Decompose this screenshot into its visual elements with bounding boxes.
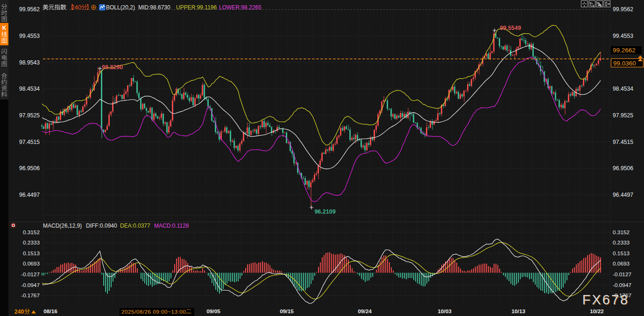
svg-text:0.1513: 0.1513 [613,250,630,257]
svg-text:97.9525: 97.9525 [613,112,633,119]
svg-text:0.2333: 0.2333 [23,239,40,246]
svg-text:98.8290: 98.8290 [102,64,123,71]
svg-text:10/03: 10/03 [438,308,452,315]
svg-text:99.9562: 99.9562 [613,6,633,13]
svg-text:UPPER:99.1196: UPPER:99.1196 [176,4,217,11]
svg-text:LOWER:98.2265: LOWER:98.2265 [219,4,262,11]
svg-text:09/05: 09/05 [206,308,220,315]
svg-text:0.3152: 0.3152 [613,229,630,236]
svg-text:240: 240 [14,309,24,315]
svg-text:98.4534: 98.4534 [19,86,40,92]
svg-text:BOLL(20,2): BOLL(20,2) [106,4,135,11]
svg-text:0.0693: 0.0693 [613,260,630,267]
svg-text:99.2662: 99.2662 [613,47,636,54]
svg-text:99.4553: 99.4553 [613,33,633,39]
svg-text:99.4553: 99.4553 [19,33,40,39]
svg-text:0.3152: 0.3152 [23,229,40,236]
svg-text:10/22: 10/22 [590,308,604,315]
svg-text:96.2109: 96.2109 [314,208,335,215]
svg-text:-0.1767: -0.1767 [21,292,40,299]
svg-text:09/24: 09/24 [358,308,372,315]
svg-text:97.4515: 97.4515 [19,139,40,145]
svg-text:96.4497: 96.4497 [613,192,633,198]
svg-text:99.9562: 99.9562 [19,6,40,13]
svg-text:DIFF:0.0940: DIFF:0.0940 [86,223,117,229]
svg-text:96.9506: 96.9506 [19,165,40,172]
svg-text:MID:98.6730: MID:98.6730 [138,4,170,11]
svg-text:K: K [2,25,7,31]
svg-text:-0.0127: -0.0127 [21,271,40,278]
svg-text:2025/08/26 09:00~13:00: 2025/08/26 09:00~13:00 [121,309,186,315]
svg-text:96.4497: 96.4497 [19,192,40,198]
svg-text:97.4515: 97.4515 [613,139,633,145]
svg-text:-0.0947: -0.0947 [613,282,631,288]
svg-text:08/16: 08/16 [43,308,57,315]
svg-text:98.9543: 98.9543 [19,59,40,66]
svg-text:DEA:0.0377: DEA:0.0377 [120,223,150,229]
svg-text:98.4534: 98.4534 [613,86,633,92]
svg-text:FX678: FX678 [582,292,629,307]
svg-text:99.5549: 99.5549 [500,25,521,31]
svg-text:0.2333: 0.2333 [613,239,630,246]
svg-text:240: 240 [71,4,82,11]
svg-text:-0.0127: -0.0127 [613,271,631,278]
svg-text:-0.0947: -0.0947 [21,282,40,288]
svg-text:MACD:0.1128: MACD:0.1128 [154,223,189,229]
svg-text:96.9506: 96.9506 [613,165,633,172]
svg-text:99.0360: 99.0360 [613,60,636,67]
svg-text:09/15: 09/15 [280,308,294,315]
svg-text:10/13: 10/13 [511,308,525,315]
svg-text:0.1513: 0.1513 [23,250,40,257]
svg-text:0.0693: 0.0693 [23,260,40,267]
svg-text:MACD(26,12,9): MACD(26,12,9) [43,223,82,229]
svg-text:97.9525: 97.9525 [19,112,40,119]
